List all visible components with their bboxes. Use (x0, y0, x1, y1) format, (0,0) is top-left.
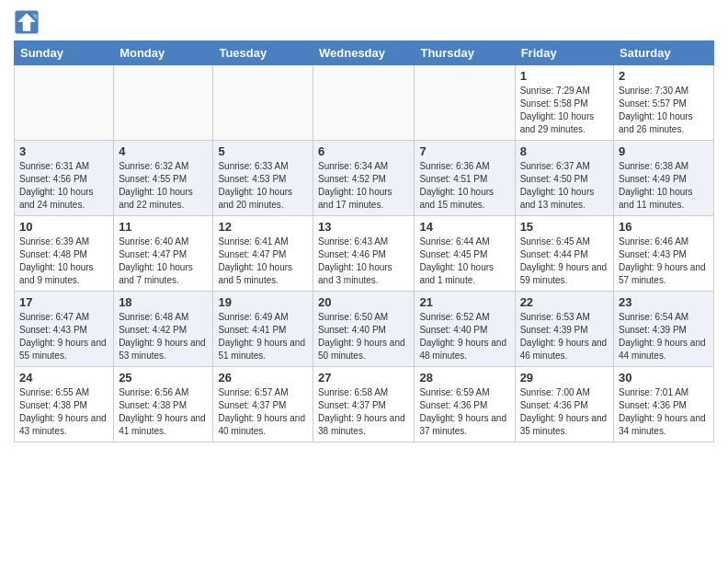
calendar-cell: 29Sunrise: 7:00 AM Sunset: 4:36 PM Dayli… (515, 367, 613, 442)
calendar-cell: 26Sunrise: 6:57 AM Sunset: 4:37 PM Dayli… (213, 367, 313, 442)
calendar-cell (114, 65, 213, 141)
calendar-cell: 8Sunrise: 6:37 AM Sunset: 4:50 PM Daylig… (515, 141, 613, 216)
day-info: Sunrise: 6:41 AM Sunset: 4:47 PM Dayligh… (218, 236, 308, 287)
day-info: Sunrise: 7:29 AM Sunset: 5:58 PM Dayligh… (520, 85, 609, 136)
calendar-cell: 24Sunrise: 6:55 AM Sunset: 4:38 PM Dayli… (15, 367, 114, 442)
day-number: 8 (520, 144, 609, 158)
day-info: Sunrise: 6:43 AM Sunset: 4:46 PM Dayligh… (318, 236, 409, 287)
calendar-cell: 7Sunrise: 6:36 AM Sunset: 4:51 PM Daylig… (415, 141, 515, 216)
day-number: 14 (419, 220, 509, 234)
day-number: 28 (419, 371, 509, 385)
day-info: Sunrise: 6:39 AM Sunset: 4:48 PM Dayligh… (19, 236, 108, 287)
col-header-monday: Monday (114, 41, 213, 65)
day-number: 5 (218, 144, 308, 158)
day-info: Sunrise: 6:55 AM Sunset: 4:38 PM Dayligh… (19, 386, 108, 438)
calendar-cell: 5Sunrise: 6:33 AM Sunset: 4:53 PM Daylig… (213, 141, 313, 216)
calendar-cell: 19Sunrise: 6:49 AM Sunset: 4:41 PM Dayli… (213, 292, 313, 367)
page-container: SundayMondayTuesdayWednesdayThursdayFrid… (0, 0, 728, 452)
day-number: 11 (119, 220, 208, 234)
day-number: 6 (318, 144, 409, 158)
day-number: 18 (119, 295, 208, 309)
calendar-week-1: 1Sunrise: 7:29 AM Sunset: 5:58 PM Daylig… (15, 65, 714, 141)
day-number: 22 (520, 295, 609, 309)
calendar-cell: 9Sunrise: 6:38 AM Sunset: 4:49 PM Daylig… (614, 141, 714, 216)
day-number: 30 (619, 371, 709, 385)
calendar-cell: 4Sunrise: 6:32 AM Sunset: 4:55 PM Daylig… (114, 141, 213, 216)
day-info: Sunrise: 6:33 AM Sunset: 4:53 PM Dayligh… (218, 160, 308, 212)
day-number: 19 (218, 295, 308, 309)
col-header-sunday: Sunday (15, 41, 114, 65)
day-info: Sunrise: 6:49 AM Sunset: 4:41 PM Dayligh… (218, 311, 308, 362)
day-info: Sunrise: 6:57 AM Sunset: 4:37 PM Dayligh… (218, 386, 308, 438)
calendar-week-5: 24Sunrise: 6:55 AM Sunset: 4:38 PM Dayli… (15, 367, 714, 442)
calendar-cell: 6Sunrise: 6:34 AM Sunset: 4:52 PM Daylig… (313, 141, 415, 216)
day-info: Sunrise: 7:30 AM Sunset: 5:57 PM Dayligh… (619, 85, 709, 136)
day-info: Sunrise: 6:53 AM Sunset: 4:39 PM Dayligh… (520, 311, 609, 362)
col-header-saturday: Saturday (614, 41, 714, 65)
calendar-cell: 27Sunrise: 6:58 AM Sunset: 4:37 PM Dayli… (313, 367, 415, 442)
calendar-week-4: 17Sunrise: 6:47 AM Sunset: 4:43 PM Dayli… (15, 292, 714, 367)
col-header-thursday: Thursday (415, 41, 515, 65)
day-info: Sunrise: 6:46 AM Sunset: 4:43 PM Dayligh… (619, 236, 709, 287)
logo-icon (14, 9, 40, 35)
day-number: 3 (19, 144, 108, 158)
day-info: Sunrise: 6:34 AM Sunset: 4:52 PM Dayligh… (318, 160, 409, 212)
day-number: 9 (619, 144, 709, 158)
logo (14, 9, 43, 35)
calendar-cell: 30Sunrise: 7:01 AM Sunset: 4:36 PM Dayli… (614, 367, 714, 442)
day-number: 26 (218, 371, 308, 385)
calendar-header-row: SundayMondayTuesdayWednesdayThursdayFrid… (15, 41, 714, 65)
col-header-tuesday: Tuesday (213, 41, 313, 65)
col-header-friday: Friday (515, 41, 613, 65)
calendar-cell: 21Sunrise: 6:52 AM Sunset: 4:40 PM Dayli… (415, 292, 515, 367)
day-info: Sunrise: 6:45 AM Sunset: 4:44 PM Dayligh… (520, 236, 609, 287)
calendar-cell: 12Sunrise: 6:41 AM Sunset: 4:47 PM Dayli… (213, 216, 313, 292)
header (14, 9, 714, 35)
calendar-cell (313, 65, 415, 141)
calendar-cell: 22Sunrise: 6:53 AM Sunset: 4:39 PM Dayli… (515, 292, 613, 367)
calendar-week-3: 10Sunrise: 6:39 AM Sunset: 4:48 PM Dayli… (15, 216, 714, 292)
day-info: Sunrise: 6:52 AM Sunset: 4:40 PM Dayligh… (419, 311, 509, 362)
day-info: Sunrise: 6:36 AM Sunset: 4:51 PM Dayligh… (419, 160, 509, 212)
day-number: 29 (520, 371, 609, 385)
day-number: 20 (318, 295, 409, 309)
day-number: 25 (119, 371, 208, 385)
calendar-cell: 16Sunrise: 6:46 AM Sunset: 4:43 PM Dayli… (614, 216, 714, 292)
calendar-cell: 10Sunrise: 6:39 AM Sunset: 4:48 PM Dayli… (15, 216, 114, 292)
day-number: 24 (19, 371, 108, 385)
col-header-wednesday: Wednesday (313, 41, 415, 65)
day-number: 16 (619, 220, 709, 234)
day-info: Sunrise: 6:54 AM Sunset: 4:39 PM Dayligh… (619, 311, 709, 362)
day-number: 12 (218, 220, 308, 234)
day-number: 7 (419, 144, 509, 158)
calendar-cell: 14Sunrise: 6:44 AM Sunset: 4:45 PM Dayli… (415, 216, 515, 292)
day-info: Sunrise: 6:40 AM Sunset: 4:47 PM Dayligh… (119, 236, 208, 287)
day-info: Sunrise: 6:50 AM Sunset: 4:40 PM Dayligh… (318, 311, 409, 362)
calendar-cell (415, 65, 515, 141)
calendar-cell (15, 65, 114, 141)
day-number: 27 (318, 371, 409, 385)
calendar-cell: 11Sunrise: 6:40 AM Sunset: 4:47 PM Dayli… (114, 216, 213, 292)
day-number: 4 (119, 144, 208, 158)
calendar-week-2: 3Sunrise: 6:31 AM Sunset: 4:56 PM Daylig… (15, 141, 714, 216)
day-info: Sunrise: 6:37 AM Sunset: 4:50 PM Dayligh… (520, 160, 609, 212)
day-info: Sunrise: 6:48 AM Sunset: 4:42 PM Dayligh… (119, 311, 208, 362)
calendar-cell: 18Sunrise: 6:48 AM Sunset: 4:42 PM Dayli… (114, 292, 213, 367)
calendar-cell: 15Sunrise: 6:45 AM Sunset: 4:44 PM Dayli… (515, 216, 613, 292)
day-number: 10 (19, 220, 108, 234)
day-number: 15 (520, 220, 609, 234)
day-number: 21 (419, 295, 509, 309)
day-info: Sunrise: 6:56 AM Sunset: 4:38 PM Dayligh… (119, 386, 208, 438)
day-info: Sunrise: 6:58 AM Sunset: 4:37 PM Dayligh… (318, 386, 409, 438)
day-info: Sunrise: 6:31 AM Sunset: 4:56 PM Dayligh… (19, 160, 108, 212)
day-info: Sunrise: 6:32 AM Sunset: 4:55 PM Dayligh… (119, 160, 208, 212)
calendar-cell: 25Sunrise: 6:56 AM Sunset: 4:38 PM Dayli… (114, 367, 213, 442)
calendar-cell: 2Sunrise: 7:30 AM Sunset: 5:57 PM Daylig… (614, 65, 714, 141)
calendar-cell: 17Sunrise: 6:47 AM Sunset: 4:43 PM Dayli… (15, 292, 114, 367)
calendar-cell: 20Sunrise: 6:50 AM Sunset: 4:40 PM Dayli… (313, 292, 415, 367)
day-number: 2 (619, 69, 709, 83)
day-info: Sunrise: 7:01 AM Sunset: 4:36 PM Dayligh… (619, 386, 709, 438)
calendar-cell (213, 65, 313, 141)
day-info: Sunrise: 6:44 AM Sunset: 4:45 PM Dayligh… (419, 236, 509, 287)
calendar-cell: 1Sunrise: 7:29 AM Sunset: 5:58 PM Daylig… (515, 65, 613, 141)
